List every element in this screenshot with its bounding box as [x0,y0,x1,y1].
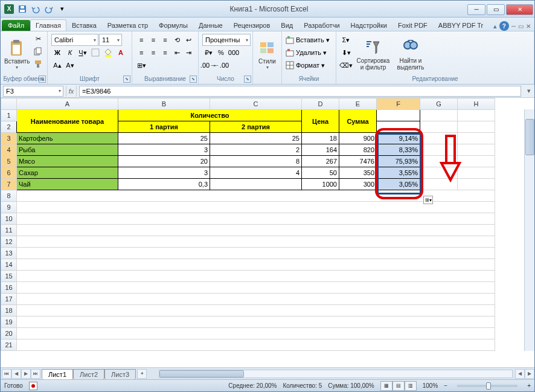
find-select-button[interactable]: Найти и выделить [393,33,428,76]
align-right-icon[interactable]: ≡ [159,47,171,59]
font-launcher[interactable]: ⬊ [123,76,130,83]
cell[interactable]: 1 партия [118,121,210,133]
cell[interactable]: 25 [210,133,302,144]
sheet-tab[interactable]: Лист1 [42,369,73,379]
tab-insert[interactable]: Вставка [66,19,102,31]
dec-decimal-icon[interactable]: ←.00 [215,59,227,71]
insert-cells-button[interactable]: Вставить▾ [286,34,332,46]
clear-icon[interactable]: ⌫▾ [340,59,352,71]
help-icon[interactable]: ? [499,21,509,31]
copy-icon[interactable] [32,45,44,57]
row-header[interactable]: 13 [1,248,17,259]
cell[interactable]: Сахар [17,167,118,179]
cell[interactable]: 164 [302,144,339,156]
sheet-nav-next-icon[interactable]: ▶ [21,369,31,379]
indent-inc-icon[interactable]: ⇥ [183,47,194,59]
tab-review[interactable]: Рецензиров [228,19,276,31]
mdi-minimize-icon[interactable]: ─ [511,23,516,30]
worksheet-grid[interactable]: A B C D E F G H 1 Наименование товара Ко… [1,98,534,351]
sheet-tab[interactable]: Лист3 [104,369,136,379]
align-left-icon[interactable]: ≡ [136,47,147,59]
col-header-E[interactable]: E [339,98,377,110]
cell[interactable]: 2 партия [210,121,302,133]
maximize-button[interactable]: ▭ [487,4,505,15]
cell[interactable]: Рыба [17,144,118,156]
row-header[interactable]: 2 [1,121,17,133]
font-color-icon[interactable]: А [115,47,127,59]
tab-formulas[interactable]: Формулы [153,19,193,31]
row-header[interactable]: 8 [1,190,17,202]
file-tab[interactable]: Файл [2,20,30,31]
cell[interactable]: 350 [339,167,377,179]
close-button[interactable]: ✕ [506,4,533,15]
qat-more-icon[interactable]: ▾ [56,3,68,15]
redo-icon[interactable] [43,3,55,15]
number-launcher[interactable]: ⬊ [244,76,251,83]
app-icon[interactable]: X [3,3,15,15]
row-header[interactable]: 16 [1,282,17,294]
row-header[interactable]: 20 [1,328,17,339]
mdi-restore-icon[interactable]: ▭ [518,23,524,30]
underline-button[interactable]: Ч▾ [77,47,89,59]
fx-button[interactable]: fx [66,86,77,97]
zoom-in-icon[interactable]: + [527,382,531,389]
tab-data[interactable]: Данные [193,19,228,31]
cell[interactable]: 8,33% [377,144,420,156]
cell[interactable]: 7476 [339,156,377,167]
col-header-A[interactable]: A [17,98,118,110]
align-top-icon[interactable]: ≡ [136,34,147,46]
cell[interactable]: 267 [302,156,339,167]
clipboard-launcher[interactable]: ⬊ [39,76,46,83]
formula-input[interactable]: =E3/9846 [79,86,521,97]
fill-color-icon[interactable] [102,47,114,59]
col-header-C[interactable]: C [210,98,302,110]
view-layout-icon[interactable]: ▤ [392,381,405,391]
cell[interactable]: Мясо [17,156,118,167]
row-header[interactable]: 12 [1,236,17,248]
align-bottom-icon[interactable]: ≡ [159,34,171,46]
row-header[interactable]: 6 [1,167,17,179]
styles-button[interactable]: Стили ▾ [255,33,279,76]
cell[interactable]: 75,93% [377,156,420,167]
scrollbar-thumb[interactable] [525,119,534,155]
cell[interactable] [210,179,302,190]
col-header-B[interactable]: B [118,98,210,110]
cut-icon[interactable]: ✂ [32,33,44,45]
cell[interactable]: 9,14% [377,133,420,144]
cell[interactable]: 8 [210,156,302,167]
orientation-icon[interactable]: ⟲ [171,34,183,46]
tab-home[interactable]: Главная [30,19,66,31]
col-header-F[interactable]: F [377,98,420,110]
cell[interactable]: Чай [17,179,118,190]
save-icon[interactable] [16,3,28,15]
new-sheet-icon[interactable]: ✦ [137,369,147,379]
cell[interactable]: Количество [118,110,302,121]
zoom-thumb[interactable] [486,382,491,390]
sheet-tab[interactable]: Лист2 [73,369,104,379]
cell[interactable]: Наименование товара [17,110,118,133]
tab-abbyy[interactable]: ABBYY PDF Tr [433,19,489,31]
paste-button[interactable]: Вставить ▾ [3,33,31,76]
row-header[interactable]: 14 [1,259,17,271]
ribbon-minimize-icon[interactable]: ▴ [493,22,497,30]
view-pagebreak-icon[interactable]: ▥ [405,381,417,391]
shrink-font-icon[interactable]: А▾ [64,59,76,71]
col-header-H[interactable]: H [458,98,495,110]
cell[interactable] [420,121,458,133]
col-header-D[interactable]: D [302,98,339,110]
macro-record-icon[interactable] [29,382,37,390]
tab-layout[interactable]: Разметка стр [102,19,153,31]
cell[interactable]: 4 [210,167,302,179]
font-size-combo[interactable]: 11 [99,34,122,46]
zoom-out-icon[interactable]: − [444,382,447,389]
cell[interactable]: Картофель [17,133,118,144]
row-header[interactable]: 3 [1,133,17,144]
number-format-combo[interactable]: Процентны [202,34,251,46]
cell[interactable]: 0,3 [118,179,210,190]
row-header[interactable]: 15 [1,271,17,282]
tab-foxit[interactable]: Foxit PDF [392,19,433,31]
row-header[interactable]: 19 [1,316,17,328]
cell[interactable]: 900 [339,133,377,144]
mdi-close-icon[interactable]: ✕ [526,23,531,30]
delete-cells-button[interactable]: Удалить▾ [286,47,332,59]
